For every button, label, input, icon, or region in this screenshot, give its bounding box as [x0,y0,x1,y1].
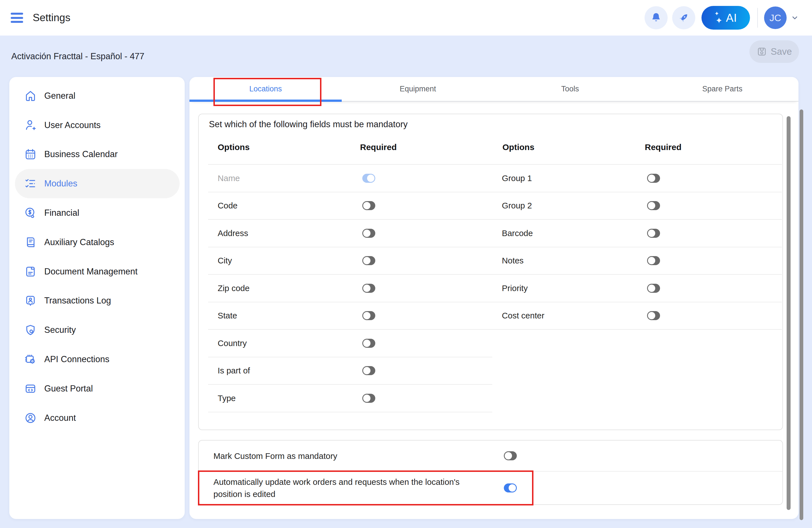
field-row-address: Address [208,220,492,247]
toggle-notes[interactable] [647,256,660,265]
toggle-city[interactable] [362,256,375,265]
breadcrumb-title: Activación Fracttal - Español - 477 [11,51,144,61]
sidebar-item-api-connections[interactable]: API Connections [15,345,179,374]
sidebar-item-financial[interactable]: Financial [15,198,179,228]
tab-equipment[interactable]: Equipment [342,77,494,101]
option-label: Mark Custom Form as mandatory [199,450,337,462]
fields-column-right: Group 1Group 2BarcodeNotesPriorityCost c… [492,165,782,412]
toggle-type[interactable] [362,394,375,403]
toggle-group-1[interactable] [647,174,660,183]
sidebar-item-label: Modules [44,179,77,189]
field-label: Notes [492,256,524,266]
tab-tools[interactable]: Tools [494,77,646,101]
field-label: Name [208,173,240,183]
fields-column-left: NameCodeAddressCityZip codeStateCountryI… [208,165,492,412]
card-code-icon [24,382,37,395]
ai-assistant-button[interactable]: ✦✦ AI [701,6,750,30]
sidebar-item-user-accounts[interactable]: User Accounts [15,111,179,140]
save-button[interactable]: Save [750,40,799,63]
account-menu-button[interactable] [791,14,799,22]
field-row-zip-code: Zip code [208,275,492,302]
fields-table: NameCodeAddressCityZip codeStateCountryI… [208,164,782,412]
sidebar-item-label: Guest Portal [44,384,93,394]
column-header-options-1: Options [218,142,249,152]
shield-icon [24,324,37,337]
sidebar-item-document-management[interactable]: Document Management [15,257,179,286]
bell-icon [650,12,662,24]
column-header-options-2: Options [503,142,534,152]
header-divider [757,8,758,28]
page-scrollbar[interactable] [800,110,803,520]
option-row-automatically-update-work-orders-and-req: Automatically update work orders and req… [199,472,782,504]
field-label: Type [208,394,236,403]
option-label: Automatically update work orders and req… [199,476,485,500]
field-label: Country [208,339,247,348]
sidebar-item-transactions-log[interactable]: Transactions Log [15,286,179,316]
sidebar-item-account[interactable]: Account [15,403,179,433]
field-row-name: Name [208,165,492,192]
column-header-required-2: Required [645,142,681,152]
checklist-icon [24,177,37,190]
field-row-code: Code [208,192,492,220]
sidebar-item-label: Document Management [44,267,137,277]
option-row-mark-custom-form-as-mandatory: Mark Custom Form as mandatory [199,441,782,472]
field-row-city: City [208,247,492,275]
toggle-priority[interactable] [647,284,660,293]
field-label: Zip code [208,284,249,293]
toggle-mark-custom-form-as-mandatory[interactable] [504,451,517,460]
tab-locations[interactable]: Locations [189,77,342,101]
chevron-down-icon [791,14,799,22]
chip-gear-icon [24,353,37,366]
rocket-icon [678,12,690,24]
field-label: State [208,311,237,320]
field-label: Is part of [208,366,250,375]
sidebar-item-modules[interactable]: Modules [15,169,179,198]
sidebar-item-security[interactable]: Security [15,315,179,345]
toggle-address[interactable] [362,229,375,238]
sub-header: Activación Fracttal - Español - 477 Save [0,35,812,77]
toggle-country[interactable] [362,339,375,348]
top-header: Settings ✦✦ AI JC [0,0,812,35]
person-badge-icon [24,294,37,307]
field-label: Address [208,228,248,238]
field-row-notes: Notes [492,247,782,275]
toggle-code[interactable] [362,201,375,210]
avatar[interactable]: JC [764,6,787,29]
sidebar-item-guest-portal[interactable]: Guest Portal [15,374,179,403]
menu-icon[interactable] [11,13,23,23]
field-row-cost-center: Cost center [492,302,782,330]
toggle-barcode[interactable] [647,229,660,238]
sidebar-item-general[interactable]: General [15,81,179,111]
toggle-cost-center[interactable] [647,311,660,320]
toggle-zip-code[interactable] [362,284,375,293]
whats-new-button[interactable] [672,6,695,29]
column-header-required-1: Required [360,142,397,152]
tab-spare-parts[interactable]: Spare Parts [646,77,798,101]
sidebar-item-label: Transactions Log [44,296,111,306]
toggle-group-2[interactable] [647,201,660,210]
sidebar-item-label: General [44,91,75,101]
module-tabs: LocationsEquipmentToolsSpare Parts [189,77,798,102]
field-row-group-2: Group 2 [492,192,782,220]
mandatory-fields-card: Set which of the following fields must b… [198,114,783,430]
toggle-is-part-of[interactable] [362,366,375,375]
field-label: Cost center [492,311,545,320]
toggle-automatically-update-work-orders-and-requests-when-the-location-s-position-is-edited[interactable] [504,483,517,493]
sidebar-item-label: Financial [44,208,79,218]
field-label: Priority [492,284,528,293]
header-actions: ✦✦ AI JC [640,6,799,30]
field-row-group-1: Group 1 [492,165,782,192]
sidebar-item-auxiliary-catalogs[interactable]: Auxiliary Catalogs [15,228,179,257]
field-label: Barcode [492,228,533,238]
toggle-state[interactable] [362,311,375,320]
dollar-coin-icon [24,206,37,219]
user-circle-icon [24,412,37,425]
calendar-icon [24,148,37,161]
sidebar-item-business-calendar[interactable]: Business Calendar [15,140,179,169]
book-icon [24,236,37,249]
sidebar-item-label: Auxiliary Catalogs [44,237,114,247]
notifications-button[interactable] [644,6,668,29]
content-scrollbar[interactable] [787,116,791,510]
sidebar-item-label: Account [44,413,76,423]
field-row-state: State [208,302,492,330]
